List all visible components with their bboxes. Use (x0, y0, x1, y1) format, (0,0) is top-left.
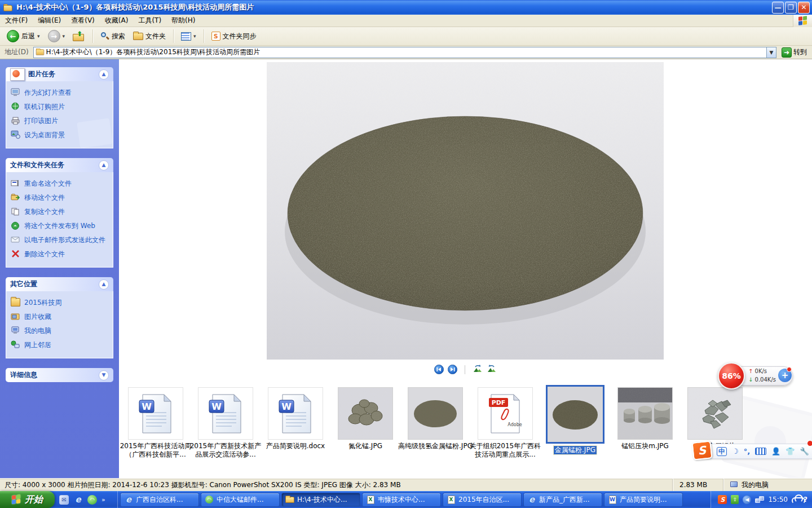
taskbar-button[interactable]: e 新产品_广西新... (523, 493, 602, 507)
copy-file-icon (11, 207, 20, 216)
title-bar[interactable]: H:\4-技术中心\（1-9）各项科技活动\2015科技周\科技活动周所需图片 … (0, 0, 812, 15)
menu-tools[interactable]: 工具(T) (133, 14, 166, 27)
place-my-computer[interactable]: 我的电脑 (11, 324, 109, 338)
previous-image-button[interactable] (434, 365, 444, 374)
taskbar-button[interactable]: ◠ 中信大锰邮件... (201, 493, 280, 507)
back-dropdown-icon[interactable]: ▾ (37, 33, 40, 39)
internet-explorer-icon[interactable]: e (73, 495, 83, 505)
file-tasks-header[interactable]: 文件和文件夹任务 ▲ (6, 158, 113, 172)
restore-button[interactable]: ❐ (785, 2, 797, 14)
address-dropdown-icon[interactable]: ▼ (766, 47, 776, 58)
folders-button[interactable]: 文件夹 (130, 30, 169, 43)
taskbar-button-active[interactable]: H:\4-技术中心... (281, 493, 360, 507)
menu-edit[interactable]: 编辑(E) (33, 14, 66, 27)
preview-image[interactable] (267, 62, 664, 360)
views-button[interactable]: ▾ (178, 30, 200, 42)
search-button[interactable]: 搜索 (97, 30, 129, 43)
collapse-chevron-icon[interactable]: ▲ (99, 279, 109, 290)
sogou-logo-icon[interactable]: S (691, 440, 712, 460)
task-label: 复制这个文件 (24, 207, 65, 217)
collapse-chevron-icon[interactable]: ▲ (99, 69, 109, 80)
task-label: 打印该图片 (24, 116, 58, 126)
ime-account-icon[interactable]: 👤 (771, 448, 780, 455)
other-places-header[interactable]: 其它位置 ▲ (6, 277, 113, 291)
ime-tools-wrench-icon[interactable]: 🔧 (800, 448, 809, 455)
go-button[interactable]: ➜ 转到 (779, 47, 810, 58)
up-button[interactable]: ⬆ (69, 29, 89, 43)
forward-button[interactable]: → ▾ (45, 28, 69, 44)
clock[interactable]: 15:50 (768, 496, 788, 503)
task-email-file[interactable]: 以电子邮件形式发送此文件 (11, 233, 109, 247)
thumbnail-photo-briquettes[interactable]: 锰铝压块m.JPG (617, 387, 673, 450)
task-rename-file[interactable]: 重命名这个文件 (11, 177, 109, 191)
rename-icon (11, 179, 20, 187)
ime-softkeyboard-icon[interactable] (755, 448, 766, 455)
taskbar-button[interactable]: e 广西自治区科... (120, 493, 199, 507)
taskbar-button[interactable]: W 产品简要说明... (604, 493, 683, 507)
thumbnail-photo-flakes[interactable]: 电解金属锰片 (687, 387, 743, 450)
menu-view[interactable]: 查看(V) (66, 14, 100, 27)
svg-text:W: W (142, 401, 152, 412)
folder-sync-button[interactable]: S 文件夹同步 (208, 30, 260, 43)
close-button[interactable]: ✕ (798, 2, 810, 14)
ime-skin-icon[interactable]: 👕 (785, 448, 795, 455)
taskbar-button[interactable]: X 韦慷技术中心... (362, 493, 441, 507)
tray-collapse-chevron[interactable]: ◀ (743, 496, 751, 504)
ime-language-toggle[interactable]: 中 (717, 447, 727, 456)
download-speed-widget[interactable]: ↑ 0K/s ↓ 0.04K/s + 86% (718, 364, 793, 388)
taskbar-button[interactable]: X 2015年自治区... (443, 493, 522, 507)
thumbnail-word-doc[interactable]: W 产品简要说明.docx (268, 387, 323, 450)
expand-chevron-icon[interactable]: ▼ (99, 370, 109, 380)
details-title: 详细信息 (10, 370, 37, 380)
thumbnail-photo-selected[interactable]: 金属锰粉.JPG (548, 385, 603, 454)
rotate-clockwise-button[interactable] (487, 364, 497, 375)
back-label: 后退 (21, 32, 35, 41)
menu-help[interactable]: 帮助(H) (166, 14, 200, 27)
browser-360-icon[interactable]: ◠ (87, 495, 97, 505)
status-photo-info: 尺寸: 4000 x 3000 相片拍照日期: 2014-12-6 10:23 … (0, 480, 672, 490)
forward-dropdown-icon[interactable]: ▾ (63, 33, 65, 39)
progress-percent[interactable]: 86% (718, 362, 745, 389)
quicklaunch-app-icon[interactable]: ✉ (59, 495, 69, 505)
rotate-counterclockwise-button[interactable] (473, 364, 483, 375)
task-order-prints[interactable]: 联机订购照片 (11, 100, 109, 114)
menu-file[interactable]: 文件(F) (0, 14, 33, 27)
task-print-picture[interactable]: 打印该图片 (11, 114, 109, 128)
collapse-chevron-icon[interactable]: ▲ (99, 160, 109, 170)
thumbnail-word-doc[interactable]: W 2015年广西新技术新产品展示交流活动参... (198, 387, 253, 459)
task-move-file[interactable]: 移动这个文件 (11, 191, 109, 205)
minimize-button[interactable]: — (772, 2, 784, 14)
ime-punctuation-toggle[interactable]: °, (744, 448, 750, 455)
thumbnail-label: 产品简要说明.docx (258, 442, 333, 450)
task-publish-to-web[interactable]: 将这个文件发布到 Web (11, 219, 109, 233)
thumbnail-photo-lumps[interactable]: 氮化锰.JPG (338, 387, 393, 450)
weather-cloud-icon[interactable]: ? (792, 494, 806, 505)
details-header[interactable]: 详细信息 ▼ (6, 368, 113, 382)
sogou-ime-toolbar[interactable]: S 中 ☽ °, 👤 👕 🔧 (695, 444, 812, 459)
menu-favorites[interactable]: 收藏(A) (100, 14, 134, 27)
task-view-slideshow[interactable]: 作为幻灯片查看 (11, 86, 109, 100)
next-image-button[interactable] (448, 365, 457, 374)
thumbnail-photo-powder[interactable]: 高纯级脱氢金属锰粉.JPG (408, 387, 463, 450)
task-copy-file[interactable]: 复制这个文件 (11, 205, 109, 219)
thumbnail-word-doc[interactable]: W 2015年广西科技活动周（广西科技创新平... (128, 387, 183, 459)
picture-tasks-header[interactable]: 图片任务 ▲ (6, 67, 113, 81)
usb-device-icon[interactable]: ⇪ (731, 495, 739, 504)
place-2015-tech-week[interactable]: 2015科技周 (11, 296, 109, 310)
network-tray-icon[interactable] (755, 496, 764, 503)
computer-icon (11, 326, 20, 335)
place-my-pictures[interactable]: 图片收藏 (11, 310, 109, 324)
address-input[interactable] (46, 48, 766, 57)
sogou-tray-icon[interactable]: S (718, 495, 727, 504)
start-button[interactable]: 开始 (0, 491, 55, 508)
back-button[interactable]: ← 后退 ▾ (3, 28, 43, 44)
quicklaunch-more-chevron[interactable]: » (102, 496, 105, 503)
place-network[interactable]: 网上邻居 (11, 338, 109, 352)
ime-fullhalf-moon-icon[interactable]: ☽ (732, 448, 739, 455)
quick-launch: ✉ e ◠ » (55, 491, 118, 508)
task-delete-file[interactable]: 删除这个文件 (11, 247, 109, 261)
views-dropdown-icon[interactable]: ▾ (193, 33, 196, 39)
address-field[interactable]: ▼ (33, 47, 776, 58)
task-set-as-background[interactable]: 设为桌面背景 (11, 128, 109, 142)
thumbnail-pdf-doc[interactable]: PDF Adobe 关于组织2015年广西科技活动周重点展示... (478, 387, 533, 459)
